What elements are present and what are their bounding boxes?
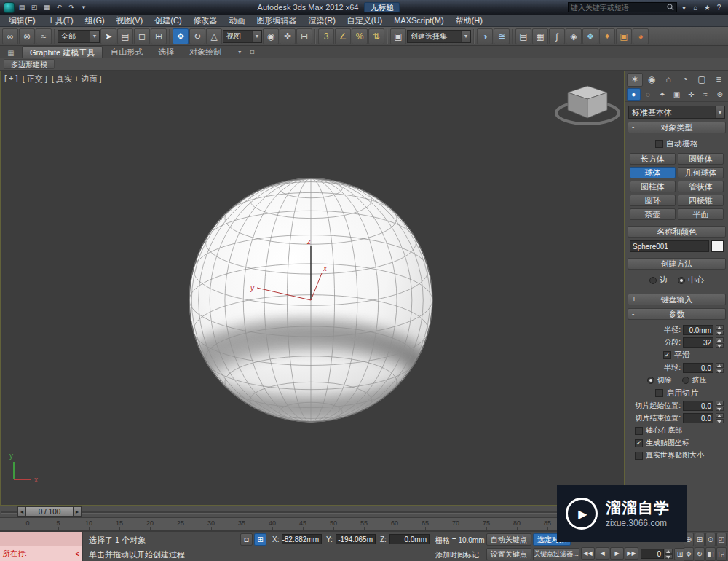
- segments-field[interactable]: 32: [683, 337, 713, 348]
- shapes-category-icon[interactable]: ◌: [641, 88, 655, 101]
- listener-script-line[interactable]: 所在行: <: [0, 546, 82, 561]
- object-type-button-8[interactable]: 四棱锥: [678, 195, 724, 206]
- next-frame-arrow[interactable]: ►: [73, 506, 82, 517]
- help-icon[interactable]: ?: [713, 2, 724, 13]
- align-icon[interactable]: ≅: [494, 28, 510, 44]
- open-file-icon[interactable]: ◰: [28, 2, 40, 13]
- unlink-selection-icon[interactable]: ⊗: [19, 28, 35, 44]
- hemisphere-field[interactable]: 0.0: [683, 363, 713, 373]
- search-scope-icon[interactable]: ▾: [678, 2, 689, 13]
- infocenter-search[interactable]: [568, 2, 677, 12]
- tab-graphite-modeling-tools[interactable]: Graphite 建模工具: [22, 46, 103, 58]
- modify-tab-icon[interactable]: ◉: [644, 73, 660, 87]
- object-color-swatch[interactable]: [711, 240, 724, 252]
- ribbon-config-icon[interactable]: ⊡: [246, 47, 258, 57]
- category-dropdown[interactable]: 标准基本体 ▼: [628, 106, 725, 119]
- redo-icon[interactable]: ↷: [66, 2, 77, 13]
- keyboard-shortcut-override-icon[interactable]: ⊟: [296, 28, 312, 44]
- current-frame-field[interactable]: 0: [641, 549, 664, 559]
- chop-radio[interactable]: 切除: [647, 375, 672, 385]
- undo-icon[interactable]: ↶: [53, 2, 65, 13]
- rollout-header-parameters[interactable]: - 参数: [628, 308, 726, 320]
- viewport-menu-general[interactable]: [ + ]: [4, 74, 18, 85]
- object-type-button-10[interactable]: 平面: [678, 208, 724, 220]
- selection-filter-dropdown[interactable]: 全部▼: [58, 30, 100, 43]
- object-type-button-6[interactable]: 管状体: [678, 181, 724, 192]
- frame-spinner[interactable]: [665, 549, 673, 559]
- fov-icon[interactable]: ◧: [705, 547, 716, 561]
- cameras-category-icon[interactable]: ▣: [670, 88, 684, 101]
- x-coord-field[interactable]: -82.882mm: [282, 534, 322, 544]
- key-filters-button[interactable]: 关键点过滤器...: [533, 548, 579, 560]
- layer-manager-icon[interactable]: ▤: [515, 28, 531, 44]
- rollout-header-keyboard-entry[interactable]: + 键盘输入: [628, 294, 726, 305]
- object-name-field[interactable]: [630, 240, 709, 252]
- angle-snap-toggle-icon[interactable]: ∠: [335, 28, 351, 44]
- select-and-link-icon[interactable]: ∞: [2, 28, 18, 44]
- viewport[interactable]: [ + ] [ 正交 ] [ 真实 + 边面 ]: [0, 71, 625, 506]
- creation-edge-radio[interactable]: 边: [649, 275, 668, 286]
- slice-to-field[interactable]: 0.0: [683, 413, 713, 423]
- absolute-mode-toggle[interactable]: ⊞: [254, 533, 266, 546]
- material-editor-icon[interactable]: ❖: [582, 28, 598, 44]
- radius-field[interactable]: 0.0mm: [683, 325, 713, 335]
- radius-spinner[interactable]: [716, 325, 724, 335]
- segments-spinner[interactable]: [716, 337, 724, 348]
- menu-item-3[interactable]: 组(G): [79, 15, 111, 26]
- menu-item-6[interactable]: 修改器: [188, 15, 223, 26]
- menu-item-12[interactable]: 帮助(H): [450, 15, 488, 26]
- add-time-tag[interactable]: 添加时间标记: [435, 550, 479, 560]
- helpers-category-icon[interactable]: ✛: [684, 88, 698, 101]
- object-type-button-5[interactable]: 圆柱体: [630, 181, 676, 192]
- time-slider-handle[interactable]: ◄ 0 / 100 ►: [17, 506, 82, 517]
- play-animation-button[interactable]: ▶: [610, 547, 624, 560]
- auto-key-button[interactable]: 自动关键点: [486, 533, 531, 546]
- reference-coordinate-system-dropdown[interactable]: 视图▼: [223, 30, 262, 43]
- ribbon-minimize-icon[interactable]: ▾: [234, 47, 245, 57]
- viewport-menu-shading[interactable]: [ 真实 + 边面 ]: [52, 74, 102, 85]
- zoom-region-icon[interactable]: ◰: [716, 533, 727, 546]
- search-input[interactable]: [571, 4, 665, 12]
- orbit-icon[interactable]: ↻: [695, 547, 705, 561]
- listener-macro-line[interactable]: [0, 532, 82, 546]
- menu-item-9[interactable]: 渲染(R): [303, 15, 341, 26]
- geometry-category-icon[interactable]: ●: [627, 88, 641, 101]
- creation-center-radio[interactable]: 中心: [678, 275, 704, 286]
- menu-item-4[interactable]: 视图(V): [111, 15, 149, 26]
- search-icon[interactable]: [667, 4, 674, 11]
- create-tab-icon[interactable]: ✶: [627, 73, 643, 87]
- maximize-viewport-toggle-icon[interactable]: ◲: [716, 547, 727, 561]
- object-type-button-7[interactable]: 圆环: [630, 195, 676, 206]
- generate-mapping-coords-checkbox[interactable]: ✓ 生成贴图坐标: [630, 438, 724, 448]
- previous-frame-button[interactable]: ◀: [596, 547, 609, 560]
- menu-item-1[interactable]: 编辑(E): [3, 15, 41, 26]
- mirror-icon[interactable]: ◑: [477, 28, 493, 44]
- y-coord-field[interactable]: -194.065m: [336, 534, 376, 544]
- menu-item-7[interactable]: 动画: [223, 15, 251, 26]
- menu-item-5[interactable]: 创建(C): [149, 15, 187, 26]
- set-key-button[interactable]: 设置关键点: [486, 548, 531, 560]
- favorites-icon[interactable]: ★: [702, 2, 713, 13]
- quick-access-dropdown-icon[interactable]: ▾: [78, 2, 90, 13]
- slice-from-spinner[interactable]: [716, 401, 724, 411]
- z-coord-field[interactable]: 0.0mm: [389, 534, 430, 544]
- object-type-button-9[interactable]: 茶壶: [630, 208, 676, 220]
- slice-on-checkbox[interactable]: 启用切片: [630, 388, 724, 399]
- polygon-modeling-panel[interactable]: 多边形建模: [4, 59, 55, 69]
- menu-item-10[interactable]: 自定义(U): [341, 15, 388, 26]
- hierarchy-tab-icon[interactable]: ⌂: [660, 73, 676, 87]
- viewport-menu-pov[interactable]: [ 正交 ]: [23, 74, 47, 85]
- track-bar-ruler[interactable]: 0510152025303540455055606570758085909510…: [0, 518, 625, 531]
- new-scene-icon[interactable]: ▤: [16, 2, 28, 13]
- spinner-snap-toggle-icon[interactable]: ⇅: [368, 28, 384, 44]
- motion-tab-icon[interactable]: ◔: [677, 73, 693, 87]
- select-by-name-icon[interactable]: ▤: [117, 28, 133, 44]
- select-object-icon[interactable]: ➤: [100, 28, 116, 44]
- schematic-view-icon[interactable]: ◈: [566, 28, 582, 44]
- time-slider-track[interactable]: ◄ 0 / 100 ►: [0, 506, 625, 518]
- tab-freeform[interactable]: 自由形式: [103, 46, 150, 58]
- menu-item-11[interactable]: MAXScript(M): [388, 15, 449, 26]
- graphite-ribbon-toggle-icon[interactable]: ▦: [532, 28, 548, 44]
- hemisphere-spinner[interactable]: [716, 363, 724, 373]
- lights-category-icon[interactable]: ✦: [655, 88, 669, 101]
